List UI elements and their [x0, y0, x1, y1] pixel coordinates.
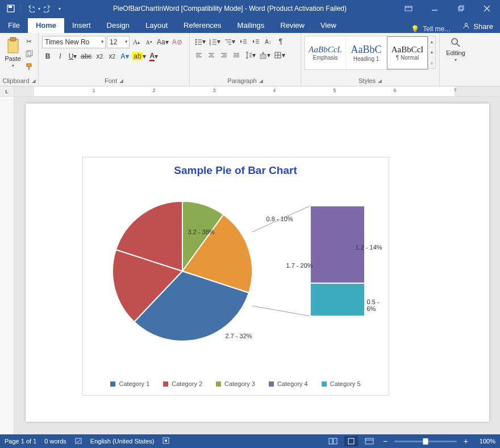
undo-icon[interactable]: [26, 3, 36, 14]
save-icon[interactable]: [6, 3, 16, 14]
read-mode-button[interactable]: [326, 436, 340, 446]
tab-view[interactable]: View: [312, 18, 344, 33]
grow-font-button[interactable]: A▴: [131, 36, 142, 48]
qat-customize-icon[interactable]: ▾: [59, 6, 61, 11]
style-emphasis[interactable]: AaBbCcLEmphasis: [305, 36, 346, 69]
tab-selector[interactable]: L: [0, 86, 14, 96]
status-words[interactable]: 0 words: [44, 438, 66, 445]
svg-rect-14: [27, 64, 31, 67]
line-spacing-button[interactable]: ▾: [243, 49, 257, 61]
share-button[interactable]: Share: [456, 19, 500, 33]
proofing-icon[interactable]: [74, 437, 82, 446]
style-gallery[interactable]: AaBbCcLEmphasis AaBbCHeading 1 AaBbCcI¶ …: [305, 36, 428, 70]
zoom-out-button[interactable]: −: [381, 437, 390, 446]
change-case-button[interactable]: Aa▾: [156, 36, 170, 48]
horizontal-ruler[interactable]: L 1 2 3 4 5 6 7: [0, 86, 500, 97]
web-layout-button[interactable]: [363, 436, 376, 446]
clipboard-launcher-icon[interactable]: ◢: [32, 78, 36, 84]
chart-object[interactable]: Sample Pie of Bar Chart: [82, 157, 389, 396]
paragraph-launcher-icon[interactable]: ◢: [259, 78, 263, 84]
italic-button[interactable]: I: [55, 51, 66, 62]
svg-line-57: [457, 44, 460, 47]
font-size-combo[interactable]: 12▾: [107, 36, 130, 48]
decrease-indent-button[interactable]: [238, 36, 249, 47]
tab-home[interactable]: Home: [28, 18, 64, 33]
style-normal[interactable]: AaBbCcI¶ Normal: [387, 36, 428, 69]
format-painter-button[interactable]: [23, 61, 35, 72]
align-right-button[interactable]: [218, 49, 230, 61]
group-clipboard-label: Clipboard: [2, 77, 29, 84]
paste-button[interactable]: Paste ▾: [3, 35, 22, 68]
status-language[interactable]: English (United States): [90, 438, 155, 445]
font-color-button[interactable]: A▾: [148, 51, 160, 62]
strikethrough-button[interactable]: abc: [80, 51, 93, 62]
shading-button[interactable]: ▾: [258, 49, 272, 61]
sort-button[interactable]: A↓: [262, 36, 274, 47]
group-styles: AaBbCcLEmphasis AaBbCHeading 1 AaBbCcI¶ …: [301, 33, 440, 86]
vertical-ruler[interactable]: [0, 97, 14, 434]
zoom-value[interactable]: 100%: [475, 438, 495, 445]
zoom-thumb[interactable]: [423, 438, 428, 445]
ruler-num: 4: [273, 88, 276, 93]
tab-layout[interactable]: Layout: [138, 18, 176, 33]
highlight-button[interactable]: ab▾: [131, 51, 147, 62]
tab-review[interactable]: Review: [272, 18, 312, 33]
subscript-button[interactable]: x2: [94, 51, 105, 62]
zoom-slider[interactable]: [394, 441, 457, 442]
document-scroll[interactable]: Sample Pie of Bar Chart: [14, 97, 500, 434]
chevron-up-icon[interactable]: ▴: [428, 36, 435, 47]
shrink-font-button[interactable]: A▾: [143, 36, 155, 48]
text-effects-button[interactable]: A▾: [119, 51, 130, 62]
cut-button[interactable]: ✂: [23, 36, 35, 47]
clear-format-button[interactable]: A⊘: [171, 36, 184, 48]
tell-me-search[interactable]: 💡 Tell me...: [405, 25, 456, 33]
tab-insert[interactable]: Insert: [64, 18, 99, 33]
tab-mailings[interactable]: Mailings: [230, 18, 273, 33]
multilevel-button[interactable]: ▾: [223, 36, 236, 47]
zoom-in-button[interactable]: +: [461, 437, 470, 446]
chevron-down-icon[interactable]: ▾: [428, 47, 435, 58]
numbering-button[interactable]: 123▾: [208, 36, 222, 47]
justify-button[interactable]: [231, 49, 242, 61]
legend-label: Category 5: [330, 380, 361, 387]
legend-label: Category 1: [119, 380, 149, 387]
tab-references[interactable]: References: [176, 18, 229, 33]
tell-me-label: Tell me...: [423, 25, 450, 33]
bold-button[interactable]: B: [42, 51, 53, 62]
group-font-label: Font: [105, 77, 117, 84]
restore-button[interactable]: [448, 0, 474, 17]
align-left-button[interactable]: [193, 49, 205, 61]
more-icon[interactable]: ▿: [428, 58, 435, 68]
undo-more-icon[interactable]: ▾: [38, 6, 40, 11]
editing-button[interactable]: Editing ▾: [443, 35, 468, 63]
print-layout-button[interactable]: [344, 436, 358, 446]
svg-rect-10: [8, 39, 18, 53]
macro-icon[interactable]: [162, 437, 170, 446]
copy-button[interactable]: [23, 48, 35, 60]
styles-launcher-icon[interactable]: ◢: [378, 78, 382, 84]
legend-item: Category 1: [110, 380, 149, 387]
tab-file[interactable]: File: [0, 18, 28, 33]
underline-button[interactable]: U▾: [67, 51, 78, 62]
show-marks-button[interactable]: ¶: [275, 36, 286, 47]
group-paragraph-label: Paragraph: [227, 77, 256, 84]
close-button[interactable]: [474, 0, 500, 17]
status-page[interactable]: Page 1 of 1: [5, 438, 36, 445]
redo-icon[interactable]: [43, 3, 53, 14]
borders-button[interactable]: ▾: [273, 49, 286, 61]
align-center-button[interactable]: [206, 49, 217, 61]
workspace: Sample Pie of Bar Chart: [0, 97, 500, 434]
page[interactable]: Sample Pie of Bar Chart: [26, 103, 489, 422]
font-launcher-icon[interactable]: ◢: [119, 78, 123, 84]
ribbon-display-icon[interactable]: [395, 0, 422, 17]
font-name-combo[interactable]: Times New Ro▾: [42, 36, 106, 48]
style-gallery-more[interactable]: ▴▾▿: [428, 36, 436, 69]
legend-swatch: [269, 381, 274, 387]
tab-design[interactable]: Design: [99, 18, 138, 33]
increase-indent-button[interactable]: [250, 36, 261, 47]
bullets-button[interactable]: ▾: [193, 36, 207, 47]
minimize-button[interactable]: [422, 0, 448, 17]
style-heading1[interactable]: AaBbCHeading 1: [346, 36, 387, 69]
svg-rect-69: [365, 438, 373, 444]
superscript-button[interactable]: x2: [106, 51, 118, 62]
